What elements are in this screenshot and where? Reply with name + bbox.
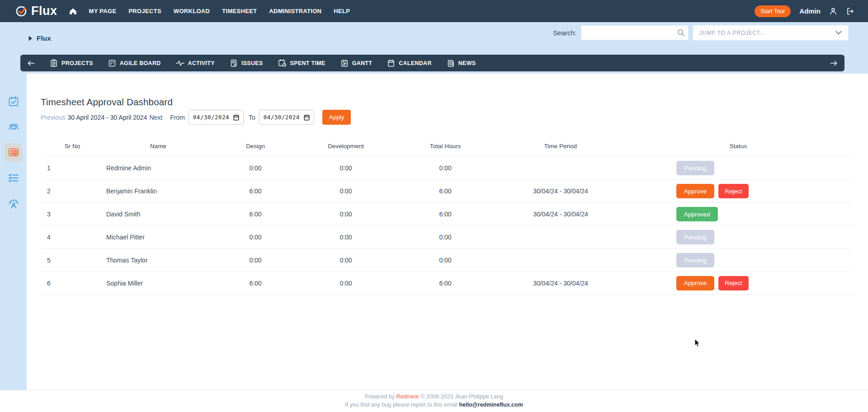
pending-badge: Pending xyxy=(676,161,714,175)
scroll-right-icon[interactable] xyxy=(830,61,837,66)
approve-button[interactable]: Approve xyxy=(676,184,714,198)
news-icon xyxy=(447,59,455,67)
projnav-news[interactable]: NEWS xyxy=(447,59,476,67)
agile-board-icon xyxy=(108,59,116,67)
projnav-activity-label: ACTIVITY xyxy=(188,60,215,66)
cell-name: Benjamin Franklin xyxy=(104,187,212,195)
cell-total: 0:00 xyxy=(393,234,497,241)
todo-checklist-icon[interactable] xyxy=(8,173,19,183)
project-navbar: PROJECTS AGILE BOARD ACTIVITY xyxy=(20,55,844,71)
projnav-gantt-label: GANTT xyxy=(352,60,373,66)
date-picker-icon[interactable] xyxy=(304,114,310,121)
cell-name: Michael Pitter xyxy=(104,234,212,241)
projnav-agile-board[interactable]: AGILE BOARD xyxy=(108,59,161,67)
projnav-spent-time[interactable]: SPENT TIME xyxy=(278,59,326,67)
cell-name: Sophia Miller xyxy=(104,280,212,287)
flux-logo[interactable]: Flux xyxy=(15,4,57,18)
cell-development: 0:00 xyxy=(298,234,393,241)
cell-development: 0:00 xyxy=(298,257,393,264)
col-status: Status xyxy=(624,143,853,150)
projnav-calendar[interactable]: CALENDAR xyxy=(387,59,432,67)
redmine-link[interactable]: Redmine xyxy=(396,393,419,400)
scroll-left-icon[interactable] xyxy=(28,61,35,66)
cell-development: 0:00 xyxy=(298,164,393,172)
col-development: Development xyxy=(298,143,393,150)
search-area: Search: JUMP TO A PROJECT... xyxy=(553,25,848,40)
main-area: Timesheet Approval Dashboard Previous 30… xyxy=(0,74,868,390)
cell-total: 0:00 xyxy=(393,164,497,172)
projnav-gantt[interactable]: GANTT xyxy=(340,59,373,67)
reject-button[interactable]: Reject xyxy=(718,184,748,198)
cell-total: 6:00 xyxy=(393,187,497,195)
leave-calendar-icon[interactable] xyxy=(8,96,19,107)
date-picker-icon[interactable] xyxy=(233,114,239,121)
from-date-input[interactable]: 04/30/2024 xyxy=(189,110,244,125)
cell-period: 30/04/24 - 30/04/24 xyxy=(497,211,624,218)
reject-button[interactable]: Reject xyxy=(718,276,748,290)
calendar-icon xyxy=(387,59,395,67)
project-jump-select[interactable]: JUMP TO A PROJECT... xyxy=(693,25,848,40)
top-navbar: Flux MY PAGE PROJECTS WORKLOAD TIMESHEET… xyxy=(0,0,868,22)
search-input[interactable] xyxy=(581,25,689,40)
projnav-projects[interactable]: PROJECTS xyxy=(50,59,93,67)
chevron-down-icon xyxy=(835,31,842,35)
project-jump-placeholder: JUMP TO A PROJECT... xyxy=(699,30,835,36)
bug-report-text: If you find any bug please report to thi… xyxy=(345,402,458,408)
start-tour-button[interactable]: Start Tour xyxy=(755,5,791,17)
pending-badge: Pending xyxy=(676,253,714,267)
topbar-right: Start Tour Admin xyxy=(755,5,854,17)
projnav-issues[interactable]: ISSUES xyxy=(230,59,263,67)
workload-icon[interactable] xyxy=(8,198,19,210)
projects-icon xyxy=(50,59,58,67)
top-menu: MY PAGE PROJECTS WORKLOAD TIMESHEET ADMI… xyxy=(89,8,350,14)
to-date-value: 04/30/2024 xyxy=(264,114,301,121)
menu-projects[interactable]: PROJECTS xyxy=(128,8,161,14)
spent-time-icon xyxy=(278,59,287,67)
menu-my-page[interactable]: MY PAGE xyxy=(89,8,117,14)
logout-icon[interactable] xyxy=(846,7,854,15)
home-icon[interactable] xyxy=(69,8,77,15)
powered-by-line: Powered by Redmine © 2006-2023 Jean-Phil… xyxy=(0,393,868,400)
to-label: To xyxy=(249,114,255,121)
to-date-input[interactable]: 04/30/2024 xyxy=(259,110,314,125)
projnav-issues-label: ISSUES xyxy=(241,60,263,66)
team-icon[interactable] xyxy=(8,122,19,132)
projnav-news-label: NEWS xyxy=(458,60,476,66)
from-date-value: 04/30/2024 xyxy=(193,114,231,121)
menu-help[interactable]: HELP xyxy=(334,8,350,14)
projnav-agile-board-label: AGILE BOARD xyxy=(120,60,161,66)
cell-sr: 3 xyxy=(41,211,104,218)
cell-development: 0:00 xyxy=(298,211,393,218)
projnav-activity[interactable]: ACTIVITY xyxy=(176,60,215,67)
issues-icon xyxy=(230,59,238,67)
user-name-link[interactable]: Admin xyxy=(799,7,821,15)
cell-design: 6:00 xyxy=(212,211,298,218)
cell-design: 6:00 xyxy=(212,187,298,195)
cell-sr: 2 xyxy=(41,187,104,195)
content-panel: Timesheet Approval Dashboard Previous 30… xyxy=(27,74,868,390)
apply-button[interactable]: Apply xyxy=(322,110,351,125)
cell-design: 6:00 xyxy=(212,280,298,287)
cell-development: 0:00 xyxy=(298,187,393,195)
col-design: Design xyxy=(212,143,298,150)
subheader-band: Flux Search: JUMP TO A PROJECT... xyxy=(0,22,868,74)
timesheet-grid-icon[interactable] xyxy=(8,147,19,158)
menu-administration[interactable]: ADMINISTRATION xyxy=(269,8,321,14)
table-row: 5 Thomas Taylor 0:00 0:00 0:00 Pending xyxy=(41,248,853,272)
table-header-row: Sr No Name Design Development Total Hour… xyxy=(41,136,853,156)
cell-name: Redmine Admin xyxy=(104,164,212,172)
cell-sr: 1 xyxy=(41,164,104,172)
next-link[interactable]: Next xyxy=(149,114,162,121)
approved-badge: Approved xyxy=(676,207,718,221)
cell-design: 0:00 xyxy=(212,164,298,172)
left-sidebar xyxy=(0,74,27,390)
bug-report-email-link[interactable]: hello@redmineflux.com xyxy=(459,402,523,408)
menu-timesheet[interactable]: TIMESHEET xyxy=(222,8,257,14)
previous-link[interactable]: Previous xyxy=(41,114,65,121)
search-icon[interactable] xyxy=(677,29,685,37)
table-row: 2 Benjamin Franklin 6:00 0:00 6:00 30/04… xyxy=(41,179,853,202)
user-icon[interactable] xyxy=(829,7,837,15)
approve-button[interactable]: Approve xyxy=(676,276,714,290)
breadcrumb[interactable]: Flux xyxy=(28,34,51,42)
menu-workload[interactable]: WORKLOAD xyxy=(174,8,210,14)
